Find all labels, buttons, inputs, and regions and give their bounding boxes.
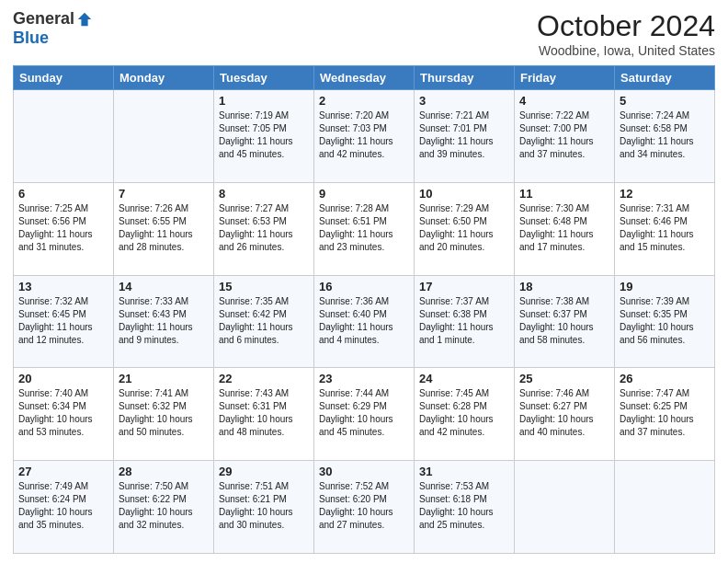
day-info: Sunrise: 7:49 AMSunset: 6:24 PMDaylight:…: [18, 480, 108, 532]
day-number: 1: [219, 94, 309, 108]
day-info: Sunrise: 7:38 AMSunset: 6:37 PMDaylight:…: [519, 295, 609, 347]
day-number: 4: [519, 94, 609, 108]
day-number: 30: [319, 465, 409, 478]
svg-marker-0: [78, 12, 91, 25]
cell-4-6: [615, 461, 715, 554]
day-info: Sunrise: 7:30 AMSunset: 6:48 PMDaylight:…: [519, 202, 609, 254]
cell-2-4: 17Sunrise: 7:37 AMSunset: 6:38 PMDayligh…: [415, 275, 515, 368]
cell-0-6: 5Sunrise: 7:24 AMSunset: 6:58 PMDaylight…: [615, 90, 715, 183]
day-number: 22: [219, 372, 309, 385]
logo-icon: [76, 11, 93, 28]
cell-4-0: 27Sunrise: 7:49 AMSunset: 6:24 PMDayligh…: [14, 461, 114, 554]
col-friday: Friday: [515, 66, 615, 90]
col-wednesday: Wednesday: [314, 66, 415, 90]
day-number: 13: [18, 280, 108, 293]
day-number: 20: [18, 372, 108, 385]
cell-3-4: 24Sunrise: 7:45 AMSunset: 6:28 PMDayligh…: [415, 368, 515, 461]
day-info: Sunrise: 7:51 AMSunset: 6:21 PMDaylight:…: [219, 480, 309, 532]
week-row-1: 1Sunrise: 7:19 AMSunset: 7:05 PMDaylight…: [14, 90, 715, 183]
day-info: Sunrise: 7:20 AMSunset: 7:03 PMDaylight:…: [319, 109, 409, 161]
day-info: Sunrise: 7:31 AMSunset: 6:46 PMDaylight:…: [620, 202, 710, 254]
cell-2-5: 18Sunrise: 7:38 AMSunset: 6:37 PMDayligh…: [515, 275, 615, 368]
week-row-3: 13Sunrise: 7:32 AMSunset: 6:45 PMDayligh…: [14, 275, 715, 368]
cell-1-6: 12Sunrise: 7:31 AMSunset: 6:46 PMDayligh…: [615, 182, 715, 275]
month-title: October 2024: [537, 9, 715, 43]
title-area: October 2024 Woodbine, Iowa, United Stat…: [537, 9, 715, 58]
day-number: 7: [119, 187, 209, 201]
day-number: 18: [519, 280, 609, 293]
cell-1-3: 9Sunrise: 7:28 AMSunset: 6:51 PMDaylight…: [314, 182, 415, 275]
day-number: 21: [119, 372, 209, 385]
cell-1-2: 8Sunrise: 7:27 AMSunset: 6:53 PMDaylight…: [214, 182, 314, 275]
logo: General Blue: [13, 9, 93, 48]
cell-4-5: [515, 461, 615, 554]
cell-0-1: [114, 90, 214, 183]
day-number: 31: [419, 465, 509, 478]
day-number: 9: [319, 187, 409, 201]
day-info: Sunrise: 7:35 AMSunset: 6:42 PMDaylight:…: [219, 295, 309, 347]
day-number: 5: [620, 94, 710, 108]
day-info: Sunrise: 7:50 AMSunset: 6:22 PMDaylight:…: [119, 480, 209, 532]
day-info: Sunrise: 7:41 AMSunset: 6:32 PMDaylight:…: [119, 387, 209, 439]
cell-4-2: 29Sunrise: 7:51 AMSunset: 6:21 PMDayligh…: [214, 461, 314, 554]
cell-4-4: 31Sunrise: 7:53 AMSunset: 6:18 PMDayligh…: [415, 461, 515, 554]
col-sunday: Sunday: [14, 66, 114, 90]
logo-general-text: General: [13, 9, 74, 29]
location: Woodbine, Iowa, United States: [537, 43, 715, 58]
day-number: 6: [18, 187, 108, 201]
cell-3-3: 23Sunrise: 7:44 AMSunset: 6:29 PMDayligh…: [314, 368, 415, 461]
cell-2-1: 14Sunrise: 7:33 AMSunset: 6:43 PMDayligh…: [114, 275, 214, 368]
week-row-2: 6Sunrise: 7:25 AMSunset: 6:56 PMDaylight…: [14, 182, 715, 275]
cell-4-3: 30Sunrise: 7:52 AMSunset: 6:20 PMDayligh…: [314, 461, 415, 554]
day-info: Sunrise: 7:28 AMSunset: 6:51 PMDaylight:…: [319, 202, 409, 254]
cell-0-5: 4Sunrise: 7:22 AMSunset: 7:00 PMDaylight…: [515, 90, 615, 183]
day-info: Sunrise: 7:44 AMSunset: 6:29 PMDaylight:…: [319, 387, 409, 439]
calendar-header-row: Sunday Monday Tuesday Wednesday Thursday…: [14, 66, 715, 90]
day-info: Sunrise: 7:43 AMSunset: 6:31 PMDaylight:…: [219, 387, 309, 439]
cell-4-1: 28Sunrise: 7:50 AMSunset: 6:22 PMDayligh…: [114, 461, 214, 554]
logo-blue-text: Blue: [13, 29, 49, 48]
cell-2-0: 13Sunrise: 7:32 AMSunset: 6:45 PMDayligh…: [14, 275, 114, 368]
day-number: 10: [419, 187, 509, 201]
day-number: 23: [319, 372, 409, 385]
col-saturday: Saturday: [615, 66, 715, 90]
cell-1-1: 7Sunrise: 7:26 AMSunset: 6:55 PMDaylight…: [114, 182, 214, 275]
day-number: 3: [419, 94, 509, 108]
col-monday: Monday: [114, 66, 214, 90]
day-info: Sunrise: 7:29 AMSunset: 6:50 PMDaylight:…: [419, 202, 509, 254]
day-number: 29: [219, 465, 309, 478]
cell-0-3: 2Sunrise: 7:20 AMSunset: 7:03 PMDaylight…: [314, 90, 415, 183]
cell-2-2: 15Sunrise: 7:35 AMSunset: 6:42 PMDayligh…: [214, 275, 314, 368]
cell-3-0: 20Sunrise: 7:40 AMSunset: 6:34 PMDayligh…: [14, 368, 114, 461]
cell-1-0: 6Sunrise: 7:25 AMSunset: 6:56 PMDaylight…: [14, 182, 114, 275]
day-info: Sunrise: 7:52 AMSunset: 6:20 PMDaylight:…: [319, 480, 409, 532]
day-info: Sunrise: 7:21 AMSunset: 7:01 PMDaylight:…: [419, 109, 509, 161]
day-info: Sunrise: 7:39 AMSunset: 6:35 PMDaylight:…: [620, 295, 710, 347]
day-number: 26: [620, 372, 710, 385]
cell-0-2: 1Sunrise: 7:19 AMSunset: 7:05 PMDaylight…: [214, 90, 314, 183]
day-info: Sunrise: 7:24 AMSunset: 6:58 PMDaylight:…: [620, 109, 710, 161]
day-info: Sunrise: 7:40 AMSunset: 6:34 PMDaylight:…: [18, 387, 108, 439]
day-number: 19: [620, 280, 710, 293]
col-thursday: Thursday: [415, 66, 515, 90]
cell-2-3: 16Sunrise: 7:36 AMSunset: 6:40 PMDayligh…: [314, 275, 415, 368]
cell-1-5: 11Sunrise: 7:30 AMSunset: 6:48 PMDayligh…: [515, 182, 615, 275]
day-number: 14: [119, 280, 209, 293]
day-info: Sunrise: 7:53 AMSunset: 6:18 PMDaylight:…: [419, 480, 509, 532]
page: General Blue October 2024 Woodbine, Iowa…: [0, 0, 728, 563]
cell-3-2: 22Sunrise: 7:43 AMSunset: 6:31 PMDayligh…: [214, 368, 314, 461]
cell-3-5: 25Sunrise: 7:46 AMSunset: 6:27 PMDayligh…: [515, 368, 615, 461]
day-number: 12: [620, 187, 710, 201]
day-number: 16: [319, 280, 409, 293]
day-number: 11: [519, 187, 609, 201]
day-number: 24: [419, 372, 509, 385]
day-info: Sunrise: 7:19 AMSunset: 7:05 PMDaylight:…: [219, 109, 309, 161]
day-info: Sunrise: 7:26 AMSunset: 6:55 PMDaylight:…: [119, 202, 209, 254]
day-info: Sunrise: 7:32 AMSunset: 6:45 PMDaylight:…: [18, 295, 108, 347]
col-tuesday: Tuesday: [214, 66, 314, 90]
calendar-table: Sunday Monday Tuesday Wednesday Thursday…: [13, 65, 715, 554]
cell-1-4: 10Sunrise: 7:29 AMSunset: 6:50 PMDayligh…: [415, 182, 515, 275]
day-info: Sunrise: 7:45 AMSunset: 6:28 PMDaylight:…: [419, 387, 509, 439]
cell-3-1: 21Sunrise: 7:41 AMSunset: 6:32 PMDayligh…: [114, 368, 214, 461]
day-number: 28: [119, 465, 209, 478]
